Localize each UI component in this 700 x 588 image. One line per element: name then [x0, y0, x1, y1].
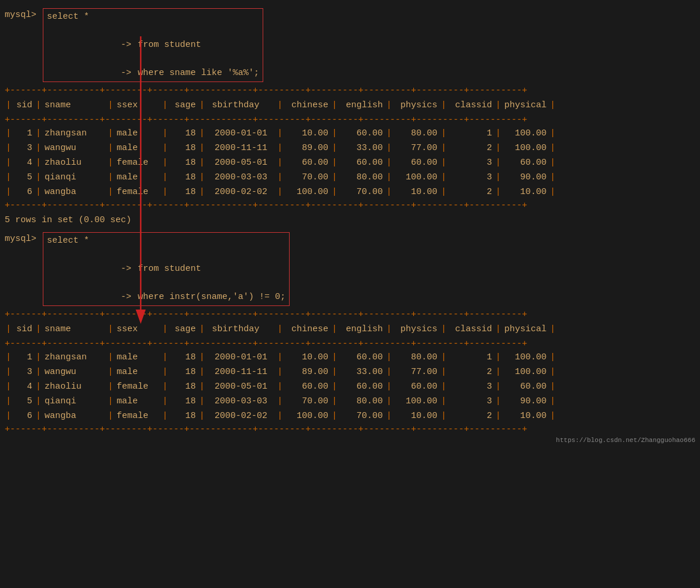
cell-sage: 18	[169, 172, 198, 182]
query2-line2-text: -> from student	[47, 264, 201, 274]
col-header-sbirthday: sbirthday	[206, 100, 276, 110]
cell-ssex: female	[114, 187, 161, 197]
divider-bottom1: +------+----------+--------+------+-----…	[0, 199, 700, 212]
col-header2-chinese: chinese	[284, 324, 331, 334]
cell-physical: 60.00	[502, 382, 549, 392]
col-header2-physical: physical	[502, 324, 549, 334]
cell-sbirthday: 2000-02-02	[206, 411, 276, 421]
cell-ssex: male	[114, 352, 161, 362]
cell-ssex: male	[114, 367, 161, 377]
col-header-english: english	[338, 100, 385, 110]
divider-top1: +------+----------+--------+------+-----…	[0, 84, 700, 97]
query1-line3-text: -> where sname like '%a%';	[47, 68, 259, 78]
cell-sid: 1	[12, 128, 35, 138]
cell-classid: 3	[447, 158, 494, 168]
cell-classid: 1	[447, 352, 494, 362]
cell-sbirthday: 2000-11-11	[206, 143, 276, 153]
col-header-classid: classid	[447, 100, 494, 110]
cell-sbirthday: 2000-05-01	[206, 382, 276, 392]
col-header-sname: sname	[42, 100, 107, 110]
col-header-physics: physics	[393, 100, 440, 110]
cell-sbirthday: 2000-11-11	[206, 367, 276, 377]
table-header-1: | sid | sname | ssex | sage | sbirthday …	[0, 97, 700, 114]
table-row: | 6 | wangba | female | 18 | 2000-02-02 …	[0, 409, 700, 423]
cell-sage: 18	[169, 143, 198, 153]
cell-sage: 18	[169, 396, 198, 406]
col-header2-ssex: ssex	[114, 324, 161, 334]
cell-classid: 2	[447, 187, 494, 197]
cell-english: 80.00	[338, 172, 385, 182]
cell-physical: 100.00	[502, 143, 549, 153]
table-row: | 6 | wangba | female | 18 | 2000-02-02 …	[0, 185, 700, 199]
cell-ssex: female	[114, 158, 161, 168]
cell-chinese: 70.00	[284, 172, 331, 182]
query2-code-box: select * -> from student -> where instr(…	[43, 232, 290, 306]
cell-english: 80.00	[338, 396, 385, 406]
cell-ssex: male	[114, 128, 161, 138]
cell-english: 60.00	[338, 352, 385, 362]
cell-sbirthday: 2000-03-03	[206, 172, 276, 182]
col-header-sid: sid	[12, 100, 35, 110]
table-header-2: | sid | sname | ssex | sage | sbirthday …	[0, 321, 700, 338]
col-header2-english: english	[338, 324, 385, 334]
cell-sid: 4	[12, 382, 35, 392]
cell-sname: qianqi	[42, 172, 107, 182]
divider-bottom2: +------+----------+--------+------+-----…	[0, 423, 700, 436]
cell-chinese: 10.00	[284, 128, 331, 138]
cell-sname: qianqi	[42, 396, 107, 406]
cell-physical: 100.00	[502, 128, 549, 138]
col-header2-sbirthday: sbirthday	[206, 324, 276, 334]
cell-sid: 5	[12, 172, 35, 182]
divider-after-header2: +------+----------+--------+------+-----…	[0, 338, 700, 350]
cell-sage: 18	[169, 382, 198, 392]
query1-line2-text: -> from student	[47, 40, 201, 50]
cell-sage: 18	[169, 158, 198, 168]
cell-physical: 90.00	[502, 396, 549, 406]
cell-classid: 1	[447, 128, 494, 138]
query1-block: mysql> select * -> from student -> where…	[0, 5, 700, 84]
cell-sid: 1	[12, 352, 35, 362]
cell-chinese: 70.00	[284, 396, 331, 406]
cell-ssex: male	[114, 396, 161, 406]
cell-sage: 18	[169, 352, 198, 362]
cell-sname: zhaoliu	[42, 382, 107, 392]
cell-sid: 4	[12, 158, 35, 168]
cell-sage: 18	[169, 187, 198, 197]
cell-physics: 60.00	[393, 158, 440, 168]
cell-sname: wangwu	[42, 367, 107, 377]
watermark: https://blog.csdn.net/Zhangguohao666	[0, 436, 700, 445]
arrow-prompt4: ->	[100, 292, 137, 302]
cell-classid: 2	[447, 367, 494, 377]
mysql-prompt: mysql>	[5, 8, 42, 22]
cell-classid: 2	[447, 143, 494, 153]
col-header-sage: sage	[169, 100, 198, 110]
table-row: | 3 | wangwu | male | 18 | 2000-11-11 | …	[0, 141, 700, 155]
cell-chinese: 89.00	[284, 143, 331, 153]
query1-code-box: select * -> from student -> where sname …	[43, 8, 263, 82]
cell-sname: wangba	[42, 411, 107, 421]
table2-body: | 1 | zhangsan | male | 18 | 2000-01-01 …	[0, 350, 700, 423]
cell-sid: 3	[12, 367, 35, 377]
cell-english: 60.00	[338, 158, 385, 168]
col-header-chinese: chinese	[284, 100, 331, 110]
cell-physics: 77.00	[393, 367, 440, 377]
table-row: | 5 | qianqi | male | 18 | 2000-03-03 | …	[0, 170, 700, 185]
cell-sbirthday: 2000-05-01	[206, 158, 276, 168]
table-row: | 4 | zhaoliu | female | 18 | 2000-05-01…	[0, 155, 700, 170]
table-row: | 4 | zhaoliu | female | 18 | 2000-05-01…	[0, 379, 700, 394]
cell-classid: 3	[447, 396, 494, 406]
cell-english: 70.00	[338, 411, 385, 421]
cell-chinese: 10.00	[284, 352, 331, 362]
query2-line1: mysql> select * -> from student -> where…	[5, 232, 695, 306]
cell-physics: 77.00	[393, 143, 440, 153]
cell-sid: 5	[12, 396, 35, 406]
cell-physics: 10.00	[393, 411, 440, 421]
cell-classid: 2	[447, 411, 494, 421]
cell-chinese: 100.00	[284, 411, 331, 421]
divider-top2: +------+----------+--------+------+-----…	[0, 308, 700, 321]
cell-classid: 3	[447, 382, 494, 392]
cell-sid: 3	[12, 143, 35, 153]
arrow-prompt3: ->	[100, 264, 137, 274]
cell-ssex: male	[114, 143, 161, 153]
arrow-prompt2: ->	[100, 68, 137, 78]
